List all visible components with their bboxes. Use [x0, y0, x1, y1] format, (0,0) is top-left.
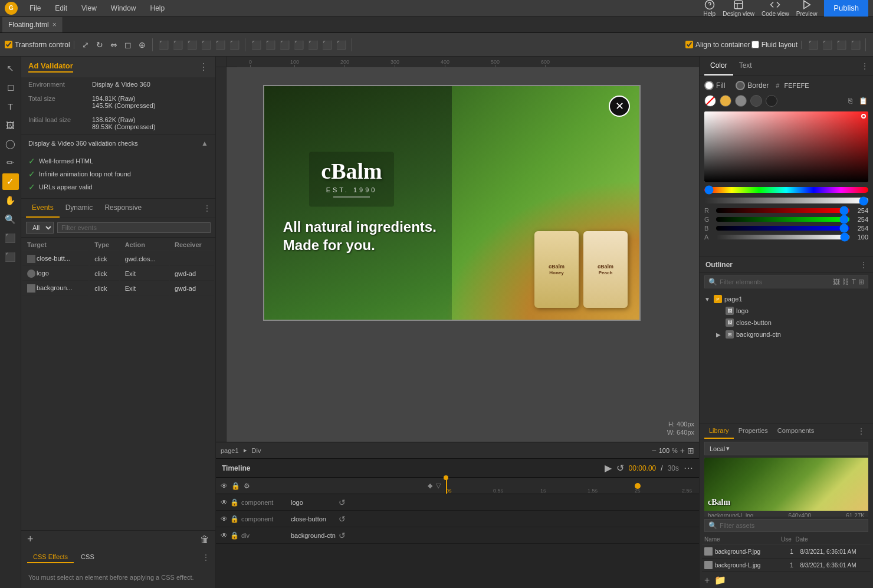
pointer-tool[interactable]: ↖	[2, 60, 19, 77]
library-dropdown[interactable]: Local ▾	[704, 442, 868, 455]
a-slider[interactable]	[716, 235, 849, 239]
outliner-filter-icon[interactable]: ⊞	[858, 278, 864, 286]
border-button[interactable]: Border	[736, 81, 769, 90]
validation-collapse-icon[interactable]: ▲	[201, 139, 208, 147]
events-tab-menu[interactable]: ⋮	[204, 204, 211, 212]
zoom-fit-button[interactable]: ⊞	[687, 446, 694, 455]
align-center-v-icon[interactable]: ⬛	[214, 38, 227, 51]
asset-row-0[interactable]: background-P.jpg 1 8/3/2021, 6:36:01 AM	[702, 545, 871, 559]
menu-file[interactable]: File	[27, 3, 43, 14]
skew-icon[interactable]: ◻	[122, 38, 134, 51]
tab-text[interactable]: Text	[733, 57, 758, 75]
css-add-icon[interactable]: +	[27, 533, 34, 546]
image-tool[interactable]: 🖼	[2, 117, 19, 133]
select-tool[interactable]: ◻	[2, 79, 19, 96]
swatch-slash[interactable]	[704, 95, 716, 107]
help-button[interactable]: Help	[704, 0, 716, 17]
tree-logo[interactable]: 🖼 logo	[711, 305, 873, 317]
ad-close-button[interactable]: ✕	[609, 96, 630, 117]
timeline-more-button[interactable]: ⋯	[684, 462, 693, 474]
menu-help[interactable]: Help	[148, 3, 168, 14]
shape-tool[interactable]: ◯	[2, 136, 19, 152]
event-row-2[interactable]: backgroun... click Exit gwd-ad	[22, 282, 214, 295]
events-filter-input[interactable]	[57, 222, 211, 233]
rotate-icon[interactable]: ↻	[93, 38, 106, 51]
swatch-dark-gray[interactable]	[750, 95, 762, 107]
swatch-gray[interactable]	[735, 95, 747, 107]
ad-canvas[interactable]: cBalm EST. 1990 All natural ingredients.…	[263, 85, 641, 321]
track-close-eye[interactable]: 👁	[221, 515, 228, 523]
tab-responsive[interactable]: Responsive	[99, 199, 147, 218]
canvas-icon-2[interactable]: ⬛	[821, 38, 833, 51]
text-tool[interactable]: T	[2, 98, 19, 114]
timeline-add-tween[interactable]: ▽	[436, 482, 441, 490]
css-menu[interactable]: ⋮	[202, 553, 209, 561]
assets-add-icon[interactable]: +	[704, 575, 710, 586]
anchor-icon[interactable]: ⊕	[136, 38, 149, 51]
pen-tool[interactable]: ✏	[2, 155, 19, 171]
dist-2-icon[interactable]: ⬛	[278, 38, 291, 51]
hue-slider[interactable]	[704, 187, 868, 193]
validation-header[interactable]: Display & Video 360 validation checks ▲	[21, 134, 215, 152]
tab-color[interactable]: Color	[704, 57, 733, 75]
outliner-img-icon[interactable]: 🖼	[833, 278, 840, 286]
library-tab-library[interactable]: Library	[704, 423, 734, 439]
code-view-button[interactable]: Code view	[762, 0, 789, 17]
g-slider[interactable]	[716, 217, 849, 222]
right-tab-menu[interactable]: ⋮	[861, 62, 868, 70]
outliner-link-icon[interactable]: ⛓	[842, 278, 849, 286]
timeline-add-keyframe[interactable]: ◆	[428, 482, 432, 490]
paste-icon[interactable]: 📋	[858, 96, 868, 106]
dist-5-icon[interactable]: ⬛	[321, 38, 334, 51]
align-bottom-icon[interactable]: ⬛	[228, 38, 241, 51]
track-bg-eye[interactable]: 👁	[221, 531, 228, 540]
tree-close-button[interactable]: 🖼 close-button	[711, 317, 873, 329]
align-left-icon[interactable]: ⬛	[157, 38, 170, 51]
event-row-0[interactable]: close-butt... click gwd.clos...	[22, 252, 214, 266]
timeline-play-button[interactable]: ▶	[605, 462, 612, 474]
tree-bg-ctn[interactable]: ▶ ⊞ background-ctn	[711, 329, 873, 340]
dist-3-icon[interactable]: ⬛	[293, 38, 306, 51]
components-tool[interactable]: ⬛	[2, 230, 19, 247]
align-to-container-checkbox[interactable]: Align to container	[685, 41, 750, 49]
outliner-text-icon[interactable]: T	[852, 278, 856, 286]
menu-window[interactable]: Window	[109, 3, 139, 14]
transform-control-checkbox[interactable]: Transform control	[5, 41, 70, 49]
design-view-button[interactable]: Design view	[723, 0, 754, 17]
track-bg-lock[interactable]: 🔒	[230, 531, 239, 540]
timeline-visibility-icon[interactable]: 👁	[221, 482, 228, 490]
css-effects-tab[interactable]: CSS Effects	[27, 551, 74, 563]
ad-validator-tool[interactable]: ✓	[2, 173, 19, 190]
color-picker[interactable]	[704, 111, 868, 182]
copy-icon[interactable]: ⎘	[845, 96, 855, 106]
timeline-lock-icon[interactable]: 🔒	[231, 482, 240, 490]
fluid-layout-checkbox[interactable]: Fluid layout	[751, 41, 797, 49]
css-tab[interactable]: CSS	[75, 551, 100, 563]
menu-view[interactable]: View	[79, 3, 99, 14]
tab-events[interactable]: Events	[26, 199, 60, 218]
canvas-icon-3[interactable]: ⬛	[835, 38, 848, 51]
assets-search-input[interactable]	[720, 522, 864, 529]
align-top-icon[interactable]: ⬛	[200, 38, 213, 51]
tab-close-icon[interactable]: ×	[52, 21, 57, 29]
fill-button[interactable]: Fill	[704, 81, 725, 90]
css-delete-icon[interactable]: 🗑	[200, 534, 209, 545]
layers-tool[interactable]: ⬛	[2, 249, 19, 265]
preview-button[interactable]: Preview	[796, 0, 818, 17]
move-icon[interactable]: ⤢	[79, 38, 92, 51]
tab-floating-html[interactable]: Floating.html ×	[2, 17, 63, 32]
asset-row-1[interactable]: background-L.jpg 1 8/3/2021, 6:36:01 AM	[702, 559, 871, 572]
library-tab-properties[interactable]: Properties	[734, 423, 773, 439]
library-tab-menu[interactable]: ⋮	[854, 423, 868, 439]
r-slider[interactable]	[716, 208, 849, 213]
tree-page1[interactable]: ▼ P page1	[700, 293, 873, 305]
zoom-in-button[interactable]: +	[680, 446, 685, 455]
dist-4-icon[interactable]: ⬛	[307, 38, 320, 51]
dist-v-icon[interactable]: ⬛	[264, 38, 277, 51]
swatch-darker[interactable]	[766, 95, 777, 107]
track-logo-lock[interactable]: 🔒	[230, 498, 239, 507]
publish-button[interactable]: Publish	[824, 0, 868, 17]
fluid-layout-input[interactable]	[751, 41, 759, 48]
zoom-out-button[interactable]: −	[651, 446, 656, 455]
event-row-1[interactable]: logo click Exit gwd-ad	[22, 267, 214, 281]
